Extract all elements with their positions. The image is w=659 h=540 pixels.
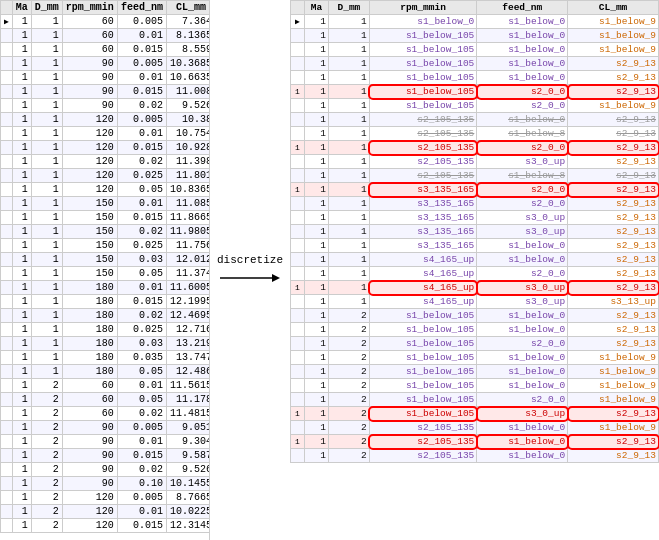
- table-cell: 2: [31, 435, 62, 449]
- arrow-icon: [220, 270, 280, 286]
- table-cell: s2_9_13: [568, 407, 659, 421]
- table-cell: s3_135_165: [369, 183, 477, 197]
- arrow-label: discretize: [217, 254, 283, 266]
- table-cell: 0.005: [117, 113, 166, 127]
- table-cell: 1: [31, 15, 62, 29]
- right-table: Ma D_mm rpm_mmin feed_nm CL_mm ▶11s1_bel…: [290, 0, 659, 463]
- left-col-header-ma: Ma: [12, 1, 31, 15]
- table-cell: 1: [291, 85, 305, 99]
- right-col-header-feed: feed_nm: [477, 1, 568, 15]
- table-cell: 1: [329, 141, 370, 155]
- table-cell: 0.015: [117, 211, 166, 225]
- table-cell: s1_below_0: [477, 379, 568, 393]
- table-cell: 1: [12, 435, 31, 449]
- table-cell: 1: [305, 29, 329, 43]
- table-cell: 1: [12, 57, 31, 71]
- table-cell: 1: [329, 99, 370, 113]
- table-cell: 11.9805: [166, 225, 209, 239]
- table-row: 11s3_135_165s3_0_ups2_9_13: [291, 225, 659, 239]
- table-row: 121200.0110.0225: [1, 505, 210, 519]
- table-cell: [1, 365, 13, 379]
- table-cell: [291, 267, 305, 281]
- table-cell: 1: [31, 197, 62, 211]
- table-cell: [1, 85, 13, 99]
- table-cell: [291, 239, 305, 253]
- table-cell: 0.03: [117, 253, 166, 267]
- table-cell: 60: [62, 407, 117, 421]
- table-cell: s2_9_13: [568, 225, 659, 239]
- table-cell: s1_below_105: [369, 29, 477, 43]
- table-cell: 0.03: [117, 337, 166, 351]
- table-cell: 1: [305, 407, 329, 421]
- table-row: 12s1_below_105s1_below_0s1_below_9: [291, 379, 659, 393]
- table-cell: 0.005: [117, 57, 166, 71]
- table-row: 11s3_135_165s3_0_ups2_9_13: [291, 211, 659, 225]
- table-row: 11s3_135_165s1_below_0s2_9_13: [291, 239, 659, 253]
- table-cell: 1: [305, 295, 329, 309]
- table-cell: s1_below_0: [477, 421, 568, 435]
- table-cell: 1: [305, 71, 329, 85]
- table-cell: 0.01: [117, 127, 166, 141]
- table-cell: s2_105_135: [369, 435, 477, 449]
- table-cell: [1, 351, 13, 365]
- table-row: 111500.0211.9805: [1, 225, 210, 239]
- table-cell: 1: [31, 351, 62, 365]
- table-cell: s4_165_up: [369, 295, 477, 309]
- table-cell: [291, 225, 305, 239]
- table-cell: [291, 127, 305, 141]
- left-col-header-feed: feed_nm: [117, 1, 166, 15]
- table-cell: 180: [62, 337, 117, 351]
- table-cell: s2_0_0: [477, 141, 568, 155]
- table-row: 111s2_105_135s2_0_0s2_9_13: [291, 141, 659, 155]
- table-cell: 9.526: [166, 99, 209, 113]
- table-cell: 1: [291, 407, 305, 421]
- table-cell: s1_below_105: [369, 407, 477, 421]
- table-cell: ▶: [291, 15, 305, 29]
- table-cell: 0.01: [117, 281, 166, 295]
- left-scroll-area[interactable]: Ma D_mm rpm_mmin feed_nm CL_mm ▶11600.00…: [0, 0, 209, 540]
- table-row: 111800.0313.219: [1, 337, 210, 351]
- table-cell: s1_below_0: [477, 15, 568, 29]
- table-cell: 1: [12, 71, 31, 85]
- table-cell: 120: [62, 141, 117, 155]
- left-col-header-0: [1, 1, 13, 15]
- table-cell: 1: [329, 253, 370, 267]
- table-cell: s2_0_0: [477, 197, 568, 211]
- right-scroll-area[interactable]: Ma D_mm rpm_mmin feed_nm CL_mm ▶11s1_bel…: [290, 0, 659, 540]
- table-cell: 12.4695: [166, 309, 209, 323]
- table-cell: 0.025: [117, 169, 166, 183]
- table-cell: 1: [329, 71, 370, 85]
- table-cell: 0.01: [117, 197, 166, 211]
- table-cell: 2: [329, 379, 370, 393]
- table-cell: 1: [12, 393, 31, 407]
- table-cell: 2: [31, 505, 62, 519]
- table-row: 11900.029.526: [1, 99, 210, 113]
- table-cell: 8.1365: [166, 29, 209, 43]
- table-cell: 2: [329, 365, 370, 379]
- table-cell: 1: [305, 309, 329, 323]
- table-cell: s1_below_9: [568, 351, 659, 365]
- table-cell: 1: [305, 57, 329, 71]
- table-cell: 120: [62, 505, 117, 519]
- table-cell: 150: [62, 239, 117, 253]
- table-cell: 1: [305, 15, 329, 29]
- table-cell: [1, 155, 13, 169]
- table-row: 11s3_135_165s2_0_0s2_9_13: [291, 197, 659, 211]
- table-cell: [1, 463, 13, 477]
- table-cell: 60: [62, 43, 117, 57]
- table-cell: s2_9_13: [568, 113, 659, 127]
- table-cell: 1: [31, 127, 62, 141]
- table-cell: s2_0_0: [477, 85, 568, 99]
- table-cell: s3_135_165: [369, 239, 477, 253]
- table-cell: s3_13_up: [568, 295, 659, 309]
- table-cell: 13.747: [166, 351, 209, 365]
- table-row: 12900.0059.051: [1, 421, 210, 435]
- table-cell: [1, 225, 13, 239]
- table-cell: [1, 99, 13, 113]
- table-cell: s3_135_165: [369, 197, 477, 211]
- table-cell: [291, 57, 305, 71]
- table-cell: 0.02: [117, 225, 166, 239]
- table-cell: 1: [12, 491, 31, 505]
- svg-marker-1: [272, 274, 280, 282]
- table-cell: [291, 113, 305, 127]
